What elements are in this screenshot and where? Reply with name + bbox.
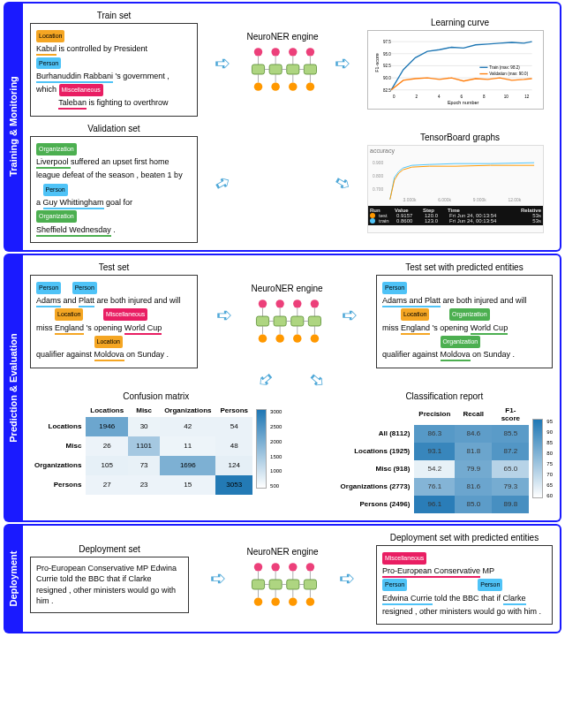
svg-text:0.900: 0.900	[373, 161, 384, 165]
svg-point-70	[293, 334, 301, 342]
learning-curve-chart: F1-score 97.595.092.590.082.5 Train (max…	[367, 30, 544, 110]
engine-diagram-icon	[247, 45, 318, 94]
section-body-training: Train set Location Kabul is controlled b…	[23, 2, 561, 252]
tag-person: Person	[36, 57, 61, 70]
svg-rect-82	[287, 580, 299, 589]
svg-point-22	[306, 82, 314, 90]
svg-text:6.000k: 6.000k	[438, 198, 451, 202]
svg-text:0.700: 0.700	[373, 187, 384, 192]
train-text-box: Location Kabul is controlled by Presiden…	[30, 23, 198, 117]
panel-title-tb: TensorBoard graphs	[367, 133, 553, 142]
svg-point-0	[254, 48, 262, 56]
colorbar	[256, 409, 267, 489]
panel-title-lc: Learning curve	[367, 18, 553, 27]
svg-point-94	[306, 597, 314, 605]
arrow-icon: ➪	[216, 304, 232, 327]
lc-xlabel: Epoch number	[448, 100, 479, 105]
svg-rect-59	[291, 316, 304, 326]
arrow-icon: ➪	[342, 304, 358, 327]
svg-point-72	[254, 563, 262, 571]
svg-text:97.5: 97.5	[383, 40, 391, 44]
svg-point-52	[311, 300, 319, 307]
svg-text:95.0: 95.0	[383, 51, 391, 56]
svg-text:3.000k: 3.000k	[403, 198, 417, 202]
lc-ylabel: F1-score	[374, 53, 380, 72]
svg-text:12.00k: 12.00k	[508, 198, 521, 202]
svg-text:82.5: 82.5	[383, 87, 391, 92]
svg-rect-83	[304, 580, 316, 589]
svg-text:0.800: 0.800	[373, 174, 384, 178]
tag-misc: Miscellaneous	[59, 84, 103, 96]
val-text-box: Organization Liverpool suffered an upset…	[30, 136, 198, 243]
svg-point-75	[306, 563, 314, 571]
colorbar	[532, 419, 543, 498]
section-label-prediction: Prediction & Evaluation	[4, 254, 23, 522]
svg-rect-10	[287, 64, 299, 74]
arrow-icon: ➪	[304, 366, 331, 393]
svg-text:90.0: 90.0	[383, 76, 391, 80]
svg-text:9.000k: 9.000k	[473, 198, 486, 202]
classification-report-table: PrecisionRecallF1-scoreAll (8112)86.384.…	[336, 404, 530, 513]
svg-point-73	[271, 563, 279, 571]
panel-title-train: Train set	[30, 11, 198, 20]
panel-title-val: Validation set	[30, 124, 198, 133]
svg-text:92.5: 92.5	[383, 64, 391, 68]
arrow-icon: ➪	[335, 52, 350, 75]
svg-rect-8	[252, 64, 264, 74]
section-training: Training & Monitoring Train set Location…	[4, 2, 561, 252]
svg-point-50	[275, 300, 283, 307]
confusion-matrix-table: LocationsMiscOrganizationsPersonsLocatio…	[30, 404, 252, 495]
legend-val: Validation (max: 90.0)	[489, 72, 528, 76]
section-label-training: Training & Monitoring	[4, 2, 23, 252]
svg-rect-81	[269, 580, 282, 589]
svg-point-20	[271, 82, 279, 90]
classification-report-panel: Classification report PrecisionRecallF1-…	[336, 391, 553, 513]
svg-point-2	[289, 48, 297, 56]
svg-rect-11	[304, 64, 316, 74]
legend-train: Train (max: 98.2)	[489, 65, 520, 70]
svg-point-68	[259, 334, 267, 342]
svg-point-92	[271, 597, 279, 605]
test-pred-box: Person Adams and Platt are both injured …	[376, 275, 553, 368]
deploy-pred-box: Miscellaneous Pro-European Conservative …	[376, 545, 553, 625]
svg-point-74	[289, 563, 297, 571]
arrow-icon: ➪	[215, 52, 230, 75]
svg-rect-57	[256, 316, 268, 326]
svg-text:6: 6	[460, 95, 463, 99]
svg-point-19	[254, 82, 262, 90]
svg-text:8: 8	[483, 95, 486, 99]
arrow-icon: ➪	[330, 170, 356, 198]
svg-point-51	[293, 300, 301, 307]
section-body-deployment: Deployment set Pro-European Conservative…	[23, 524, 561, 633]
tag-location: Location	[36, 30, 64, 42]
engine-block: NeuroNER engine	[246, 547, 318, 610]
svg-point-21	[289, 82, 297, 90]
svg-point-91	[254, 597, 262, 605]
svg-point-49	[259, 300, 267, 307]
deploy-text-box: Pro-European Conservative MP Edwina Curr…	[30, 557, 189, 613]
section-body-prediction: Test set Person Person Adams and Platt a…	[23, 254, 561, 522]
engine-diagram-icon	[252, 297, 322, 345]
svg-point-71	[311, 334, 319, 342]
svg-text:4: 4	[438, 95, 441, 99]
test-text-box: Person Person Adams and Platt are both i…	[30, 275, 198, 368]
tensorboard-panel: accuracy 0.9000.8000.700 3.000k6.000k9.0…	[367, 145, 544, 233]
svg-text:12: 12	[524, 95, 530, 99]
svg-point-93	[289, 597, 297, 605]
svg-text:0: 0	[393, 95, 396, 99]
arrow-icon: ➪	[339, 567, 355, 590]
svg-rect-60	[308, 316, 320, 326]
section-deployment: Deployment Deployment set Pro-European C…	[4, 524, 561, 633]
svg-text:10: 10	[504, 95, 509, 99]
arrow-icon: ➪	[210, 170, 236, 198]
arrow-icon: ➪	[252, 366, 280, 393]
svg-rect-80	[252, 580, 264, 589]
svg-rect-58	[274, 316, 286, 326]
engine-diagram-icon	[247, 560, 318, 609]
engine-block: NeuroNER engine	[251, 284, 322, 347]
svg-point-69	[275, 334, 283, 342]
confusion-matrix-panel: Confusion matrix LocationsMiscOrganizati…	[30, 391, 282, 495]
engine-block: NeuroNER engine	[246, 32, 318, 95]
section-label-deployment: Deployment	[4, 524, 23, 633]
svg-rect-9	[269, 64, 282, 74]
